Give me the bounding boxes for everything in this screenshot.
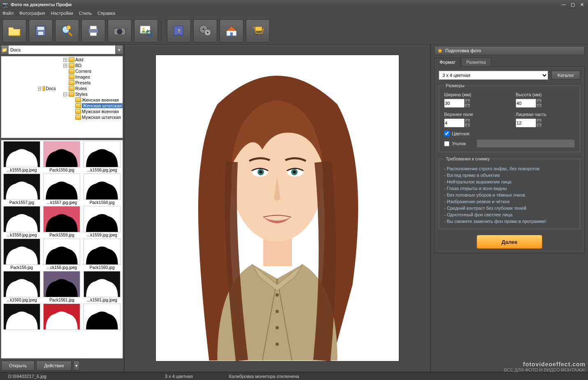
tool-pictureview[interactable]	[134, 19, 158, 42]
menu-file[interactable]: Файл	[2, 11, 14, 16]
next-button[interactable]: Далее	[477, 235, 542, 249]
height-input[interactable]	[516, 99, 536, 108]
svg-line-4	[69, 32, 72, 36]
topmargin-label: Верхнее поле	[444, 112, 503, 117]
height-spinner[interactable]: ▲▼	[536, 99, 542, 108]
collapse-icon[interactable]: −	[38, 87, 41, 90]
tree-node[interactable]: Images	[75, 74, 90, 79]
thumbnail-caption: ...k1558.jpg.jpeg	[2, 232, 42, 238]
thumbnail[interactable]	[3, 206, 40, 232]
tree-node[interactable]: Женская штатская	[82, 103, 123, 108]
folder-tree[interactable]: − Docs + Add+ BD Corners Images Presets …	[1, 56, 123, 138]
tool-help-book[interactable]: ?	[167, 19, 191, 42]
tree-node[interactable]: Rules	[75, 86, 87, 91]
face-input[interactable]	[516, 118, 536, 127]
thumbnail-caption: Pack1556.jpg	[42, 167, 82, 173]
svg-point-29	[275, 326, 279, 329]
path-input[interactable]	[8, 45, 116, 54]
expand-icon[interactable]: +	[63, 58, 67, 62]
tabs: Формат Разметка	[434, 58, 585, 67]
svg-point-37	[293, 171, 296, 174]
minimize-button[interactable]: —	[560, 2, 567, 7]
thumbnail-caption: ...k1557.jpg.jpeg	[42, 200, 82, 205]
thumbnails-panel[interactable]: ...k1555.jpg.jpegPack1556.jpg...k1556.jp…	[1, 140, 123, 359]
maximize-button[interactable]: ▢	[569, 2, 576, 7]
thumbnail[interactable]	[43, 304, 80, 330]
thumbnail[interactable]	[3, 239, 40, 265]
menu-help[interactable]: Справка	[97, 11, 115, 16]
catalog-button[interactable]: Каталог	[551, 71, 580, 80]
thumbnail[interactable]	[43, 239, 80, 265]
tree-node[interactable]: Мужская штатская	[82, 115, 121, 120]
menu-style[interactable]: Стиль	[79, 11, 92, 16]
tree-node[interactable]: Женская военная	[82, 97, 119, 102]
expand-icon[interactable]: +	[63, 64, 67, 67]
thumbnail[interactable]	[43, 206, 80, 232]
thumbnail[interactable]	[3, 141, 40, 167]
thumbnail[interactable]	[83, 141, 120, 167]
corner-checkbox[interactable]	[444, 141, 449, 146]
tree-node[interactable]: Add	[75, 57, 83, 62]
topmargin-input[interactable]	[444, 118, 465, 127]
tree-node[interactable]: Styles	[75, 92, 88, 97]
thumbnail[interactable]	[3, 304, 40, 330]
actions-button[interactable]: Действия	[36, 361, 72, 371]
menubar: Файл Фотография Настройки Стиль Справка	[0, 9, 588, 17]
corner-select	[477, 139, 575, 148]
color-checkbox[interactable]	[444, 131, 449, 136]
tree-node[interactable]: Corners	[75, 69, 91, 74]
thumbnail[interactable]	[3, 271, 40, 297]
tab-layout[interactable]: Разметка	[461, 58, 491, 67]
tab-format[interactable]: Формат	[434, 58, 461, 67]
width-input[interactable]	[444, 99, 465, 108]
thumbnail[interactable]	[3, 174, 40, 200]
open-button[interactable]: Открыть	[1, 361, 35, 371]
face-spinner[interactable]: ▲▼	[536, 118, 542, 127]
svg-point-30	[275, 343, 279, 346]
thumbnail[interactable]	[83, 304, 120, 330]
width-spinner[interactable]: ▲▼	[465, 99, 470, 108]
status-path: D:\59403217_6.jpg	[2, 374, 52, 379]
thumbnail[interactable]	[83, 239, 120, 265]
svg-point-28	[275, 310, 279, 313]
thumbnail[interactable]	[83, 271, 120, 297]
tree-node[interactable]: Presets	[75, 80, 90, 85]
format-select[interactable]: 3 x 4 цветная	[439, 71, 548, 80]
menu-photo[interactable]: Фотография	[19, 11, 45, 16]
photo-preview[interactable]	[155, 55, 399, 361]
tool-film[interactable]	[193, 19, 217, 42]
close-button[interactable]: ✕	[578, 2, 586, 7]
corner-label: Уголок	[452, 141, 466, 146]
tool-open[interactable]	[2, 19, 26, 42]
tree-node[interactable]: Мужская военная	[82, 109, 119, 114]
svg-rect-8	[90, 32, 97, 36]
thumbnail[interactable]	[83, 206, 120, 232]
thumbnail[interactable]	[43, 141, 80, 167]
status-calibration: Калибровка монитора отключена	[223, 374, 305, 379]
menu-settings[interactable]: Настройки	[51, 11, 73, 16]
thumbnail-caption: ...k1556.jpg.jpeg	[82, 167, 122, 173]
thumbnail[interactable]	[83, 174, 120, 200]
sizes-fieldset: Размеры Ширина (мм) ▲▼ Высота (мм) ▲▼ Ве…	[439, 83, 580, 152]
tree-node-docs[interactable]: Docs	[46, 86, 56, 91]
path-dropdown[interactable]: ▾	[116, 45, 123, 54]
tree-node[interactable]: BD	[75, 63, 81, 68]
collapse-icon[interactable]: −	[63, 93, 67, 96]
svg-rect-1	[37, 27, 44, 30]
tool-print[interactable]	[81, 19, 105, 42]
tool-save[interactable]	[29, 19, 53, 42]
topmargin-spinner[interactable]: ▲▼	[465, 118, 470, 127]
thumbnail-caption: ...ck156.jpg.jpeg	[42, 265, 82, 270]
requirement-item: Однотонный фон светлее лица	[444, 211, 575, 218]
thumbnail[interactable]	[43, 174, 80, 200]
tool-home[interactable]	[220, 19, 243, 42]
tool-camera[interactable]	[108, 19, 132, 42]
thumbnail[interactable]	[43, 271, 80, 297]
tool-zoom[interactable]	[55, 19, 79, 42]
tool-cart[interactable]	[246, 19, 270, 42]
width-label: Ширина (мм)	[444, 92, 503, 97]
requirement-item: Взгляд прямо в объектив	[444, 172, 575, 178]
canvas-area	[125, 44, 430, 372]
actions-dropdown[interactable]: ▾	[73, 361, 80, 371]
svg-point-5	[67, 25, 71, 30]
